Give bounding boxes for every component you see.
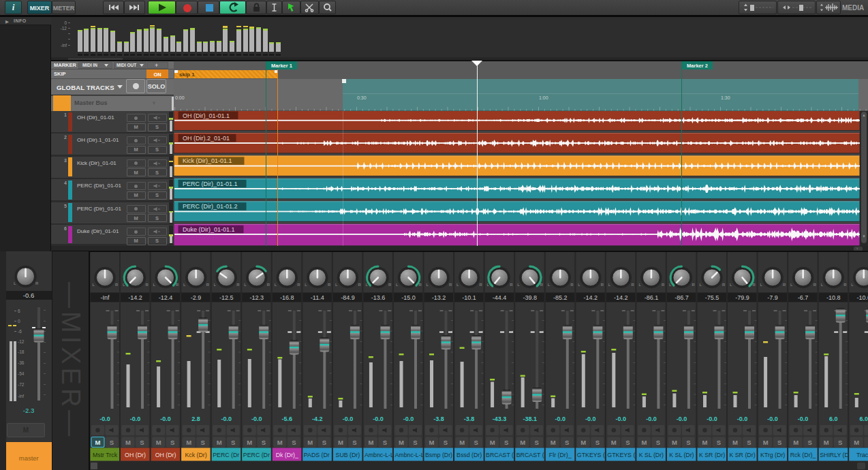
svg-text:S: S [747,439,751,446]
svg-text:Dk (Dr)_: Dk (Dr)_ [276,452,298,458]
svg-text:M: M [854,439,859,446]
svg-text:-14.2: -14.2 [584,294,598,301]
svg-text:R: R [176,283,179,287]
svg-text:M: M [763,439,769,446]
svg-text:M: M [611,439,617,446]
svg-text:-14.2: -14.2 [614,294,628,301]
svg-text:BRCAST (P: BRCAST (P [516,452,548,458]
svg-text:Bsmp (Dr): Bsmp (Dr) [425,452,452,458]
svg-text:M: M [217,439,222,446]
svg-text:K SL (Dr): K SL (Dr) [639,452,664,458]
svg-text:-84.9: -84.9 [341,294,355,301]
svg-text:R: R [449,283,452,287]
svg-text:R: R [722,283,726,287]
svg-text:Duke (Dir)_01-01.1: Duke (Dir)_01-01.1 [183,226,235,233]
svg-text:R: R [419,283,422,287]
svg-text:M: M [702,439,708,446]
svg-text:-0.0: -0.0 [555,416,565,422]
svg-text:R: R [480,283,483,287]
svg-text:-79.9: -79.9 [735,294,749,301]
svg-text:Ambnc-L-L: Ambnc-L-L [395,452,424,458]
svg-text:R: R [783,283,786,287]
svg-text:R: R [813,283,817,287]
svg-text:M: M [824,439,829,446]
svg-text:-86.7: -86.7 [675,294,689,301]
svg-text:-12.3: -12.3 [250,294,264,301]
svg-text:S: S [595,439,600,446]
svg-text:-0.0: -0.0 [767,416,778,422]
svg-text:-Inf: -Inf [100,294,110,301]
svg-text:M: M [490,439,495,446]
svg-text:S: S [565,439,569,446]
svg-text:S: S [200,439,204,446]
svg-text:M: M [307,439,313,446]
svg-text:R: R [115,283,119,287]
svg-text:-3.8: -3.8 [464,416,475,422]
svg-text:-0.0: -0.0 [798,416,809,422]
svg-text:K SL (Dr): K SL (Dr) [669,452,694,458]
svg-text:PERC (Dr: PERC (Dr [243,452,270,458]
svg-text:GTKEYS (D: GTKEYS (D [577,452,609,458]
svg-text:S: S [170,439,174,446]
svg-text:Bssd (Dr): Bssd (Dr) [456,452,482,458]
svg-text:-0.0: -0.0 [646,416,657,422]
svg-text:S: S [413,439,417,446]
svg-text:R: R [601,283,604,287]
svg-text:R: R [843,283,847,287]
svg-text:M: M [429,439,435,446]
svg-text:-0.0: -0.0 [585,416,596,422]
svg-text:M: M [95,439,101,446]
svg-text:M: M [580,439,586,446]
svg-text:M: M [672,439,677,446]
svg-text:S: S [717,439,721,446]
svg-text:S: S [656,439,660,446]
svg-text:Track: Track [856,452,868,458]
svg-text:-13.2: -13.2 [432,294,446,301]
svg-text:S: S [110,439,114,446]
svg-text:S: S [838,439,842,446]
svg-text:M: M [399,439,404,446]
svg-text:M: M [156,439,161,446]
svg-text:R: R [631,283,634,287]
svg-text:OH (Dir).2_01-01: OH (Dir).2_01-01 [183,135,230,142]
svg-text:S: S [383,439,387,446]
svg-text:R: R [510,283,513,287]
svg-text:-16.8: -16.8 [280,294,294,301]
svg-text:-10.6: -10.6 [857,294,868,301]
svg-text:GTKEYS (D: GTKEYS (D [607,452,639,458]
svg-text:M: M [338,439,343,446]
svg-text:-12.4: -12.4 [159,294,173,301]
svg-text:PERC (Dir)_01-01.1: PERC (Dir)_01-01.1 [183,181,238,187]
svg-text:R: R [662,283,665,287]
svg-text:K SR (Dr): K SR (Dr) [729,452,755,458]
svg-text:M: M [277,439,283,446]
svg-text:Kck (Dr): Kck (Dr) [185,452,206,458]
svg-text:-14.2: -14.2 [128,294,142,301]
svg-text:2.8: 2.8 [191,416,200,422]
svg-text:-75.5: -75.5 [705,294,719,301]
svg-text:R: R [206,283,210,287]
svg-text:S: S [292,439,296,446]
svg-text:-0.0: -0.0 [251,416,262,422]
svg-text:Flr (Dr)_: Flr (Dr)_ [549,452,572,458]
svg-text:M: M [732,439,738,446]
svg-text:Ambnc-L-L: Ambnc-L-L [365,452,394,458]
svg-text:-38.1: -38.1 [523,416,537,422]
svg-text:K SR (Dr): K SR (Dr) [699,452,725,458]
svg-text:-10.1: -10.1 [462,294,476,301]
svg-text:-15.0: -15.0 [401,294,416,301]
svg-text:PADS (Dr: PADS (Dr [304,452,330,458]
svg-text:R: R [297,283,300,287]
svg-text:R: R [146,283,149,287]
svg-text:S: S [322,439,326,446]
svg-text:PERC (Dr: PERC (Dr [213,452,239,458]
svg-text:-0.0: -0.0 [160,416,171,422]
svg-text:OH (Dr): OH (Dr) [155,452,176,458]
svg-text:S: S [352,439,356,446]
svg-text:-0.0: -0.0 [343,416,354,422]
svg-text:-0.0: -0.0 [707,416,717,422]
svg-text:M: M [551,439,556,446]
svg-text:-2.9: -2.9 [191,294,202,301]
svg-text:R: R [753,283,756,287]
svg-text:S: S [504,439,508,446]
